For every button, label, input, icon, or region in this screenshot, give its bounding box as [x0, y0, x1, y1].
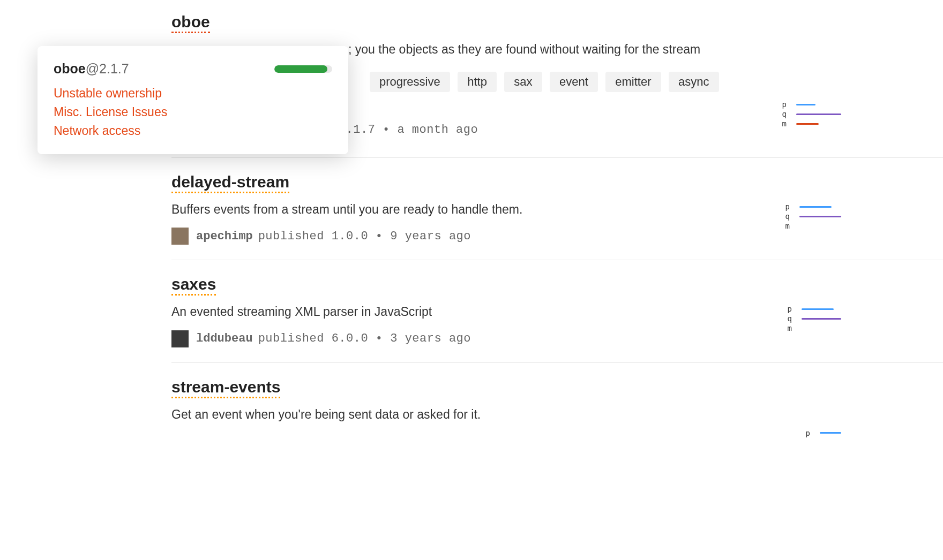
popover-issue[interactable]: Misc. License Issues — [54, 105, 332, 119]
score-bar-m — [796, 123, 819, 125]
result-saxes: saxes An evented streaming XML parser in… — [171, 275, 943, 362]
package-meta: lddubeau published 6.0.0 • 3 years ago — [171, 330, 943, 347]
author-avatar[interactable] — [171, 330, 189, 347]
result-stream-events: stream-events Get an event when you're b… — [171, 378, 943, 448]
result-delayed-stream: delayed-stream Buffers events from a str… — [171, 173, 943, 260]
score-bar-p — [799, 206, 832, 208]
package-link-saxes[interactable]: saxes — [171, 275, 216, 296]
tag[interactable]: progressive — [370, 72, 450, 92]
score-bar-q — [802, 318, 841, 320]
score-bar-p — [802, 308, 834, 310]
package-link-delayed-stream[interactable]: delayed-stream — [171, 173, 289, 193]
publish-info: published 6.0.0 • 3 years ago — [258, 332, 471, 345]
popover-score-fill — [274, 65, 327, 73]
score-label-p: p — [800, 429, 810, 437]
score-label-p: p — [780, 202, 790, 211]
author-name[interactable]: apechimp — [196, 230, 253, 243]
score-label-p: p — [782, 305, 792, 313]
score-label-m: m — [777, 119, 787, 128]
author-name[interactable]: lddubeau — [196, 332, 253, 345]
tag[interactable]: event — [550, 72, 598, 92]
score-bars: p q m — [780, 203, 841, 230]
popover-issue[interactable]: Unstable ownership — [54, 86, 332, 101]
package-meta: apechimp published 1.0.0 • 9 years ago — [171, 228, 943, 245]
popover-title: oboe@2.1.7 — [54, 61, 129, 77]
score-bars: p q m — [782, 305, 841, 332]
popover-package-name: oboe — [54, 61, 86, 76]
tag[interactable]: async — [669, 72, 719, 92]
score-label-q: q — [780, 212, 790, 221]
score-label-q: q — [782, 314, 792, 323]
popover-score-pill — [274, 65, 332, 73]
popover-issue[interactable]: Network access — [54, 124, 332, 138]
package-description: An evented streaming XML parser in JavaS… — [171, 303, 798, 320]
score-label-m: m — [780, 222, 790, 230]
package-description: Get an event when you're being sent data… — [171, 406, 798, 423]
package-hover-popover: oboe@2.1.7 Unstable ownership Misc. Lice… — [38, 46, 348, 154]
tag[interactable]: http — [458, 72, 497, 92]
score-bars: p q m — [777, 101, 841, 127]
author-avatar[interactable] — [171, 228, 189, 245]
score-bar-p — [820, 432, 841, 434]
tag[interactable]: emitter — [605, 72, 661, 92]
score-bar-p — [796, 104, 815, 105]
score-bar-q — [796, 113, 841, 115]
package-description: ; you the objects as they are found with… — [348, 41, 943, 58]
score-label-p: p — [777, 100, 787, 109]
tag[interactable]: sax — [504, 72, 542, 92]
publish-info: published 1.0.0 • 9 years ago — [258, 230, 471, 243]
score-label-q: q — [777, 110, 787, 118]
score-bar-q — [799, 216, 841, 217]
score-bars: p — [800, 429, 841, 437]
popover-version: @2.1.7 — [86, 61, 129, 76]
package-description: Buffers events from a stream until you a… — [171, 201, 798, 218]
score-label-m: m — [782, 324, 792, 332]
package-link-oboe[interactable]: oboe — [171, 13, 210, 33]
package-link-stream-events[interactable]: stream-events — [171, 378, 280, 398]
tags-row: progressive http sax event emitter async — [370, 72, 943, 92]
